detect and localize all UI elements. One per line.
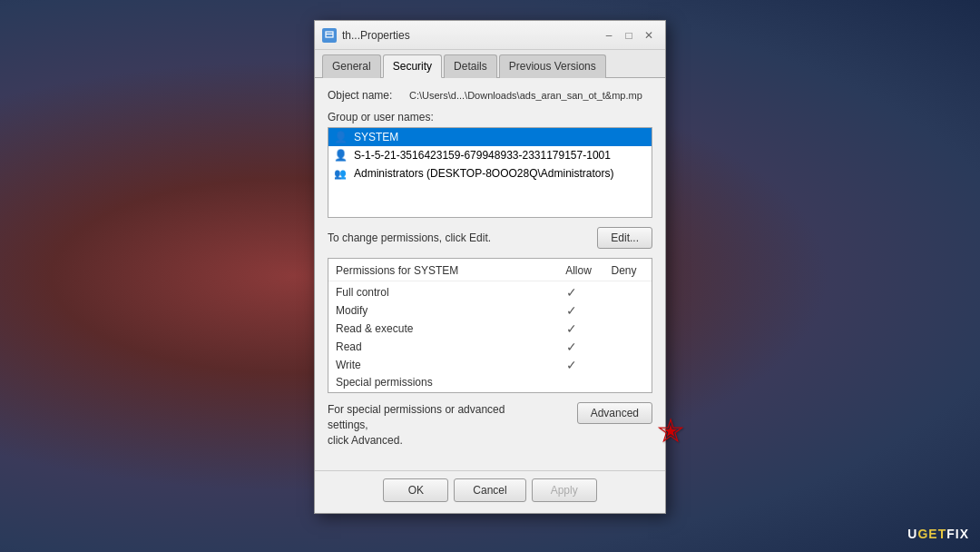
apply-button[interactable]: Apply <box>532 478 597 502</box>
advanced-text: For special permissions or advanced sett… <box>328 402 545 448</box>
watermark: UGETFIX <box>907 527 969 541</box>
permissions-for-label: Permissions for SYSTEM <box>336 264 554 277</box>
permissions-box: Permissions for SYSTEM Allow Deny Full c… <box>328 258 652 393</box>
perm-row-full-control: Full control ✓ <box>328 283 652 301</box>
advanced-text-line2: click Advanced. <box>328 434 403 447</box>
edit-button[interactable]: Edit... <box>597 227 652 249</box>
tab-details[interactable]: Details <box>444 54 497 78</box>
title-bar: th...Properties – □ ✕ <box>315 21 665 50</box>
user-listbox[interactable]: SYSTEM S-1-5-21-3516423159-679948933-233… <box>328 127 652 218</box>
perm-row-modify: Modify ✓ <box>328 301 652 320</box>
title-controls: – □ ✕ <box>600 26 658 44</box>
perm-name-write: Write <box>336 359 544 371</box>
user-name-admins: Administrators (DESKTOP-8OOO28Q\Administ… <box>354 167 614 180</box>
perm-allow-full-control: ✓ <box>544 285 599 300</box>
tab-bar: General Security Details Previous Versio… <box>315 50 665 78</box>
bottom-buttons: OK Cancel Apply <box>315 470 665 513</box>
permissions-title: Permissions for SYSTEM Allow Deny <box>328 259 652 281</box>
change-permissions-text: To change permissions, click Edit. <box>328 232 491 244</box>
perm-name-read: Read <box>336 340 544 353</box>
user-name-system: SYSTEM <box>354 131 398 143</box>
advanced-button[interactable]: Advanced <box>577 402 652 424</box>
advanced-row: For special permissions or advanced sett… <box>328 402 652 448</box>
user-icon-system <box>334 131 348 143</box>
watermark-highlight: GET <box>917 527 946 541</box>
perm-allow-write: ✓ <box>544 358 599 372</box>
user-item-system[interactable]: SYSTEM <box>328 128 652 146</box>
object-name-value: C:\Users\d...\Downloads\ads_aran_san_ot_… <box>409 90 642 101</box>
perm-allow-read: ✓ <box>544 340 599 354</box>
perm-name-modify: Modify <box>336 304 544 317</box>
dialog-content: Object name: C:\Users\d...\Downloads\ads… <box>315 78 665 469</box>
perm-row-special: Special permissions <box>328 374 652 390</box>
properties-dialog: th...Properties – □ ✕ General Security D… <box>314 20 666 513</box>
user-item-sid[interactable]: S-1-5-21-3516423159-679948933-2331179157… <box>328 146 652 164</box>
watermark-prefix: U <box>907 527 917 541</box>
advanced-text-line1: For special permissions or advanced sett… <box>328 403 505 431</box>
perm-name-read-execute: Read & execute <box>336 322 544 335</box>
cancel-button[interactable]: Cancel <box>454 478 525 502</box>
change-permissions-row: To change permissions, click Edit. Edit.… <box>328 227 652 249</box>
perm-row-read: Read ✓ <box>328 338 652 356</box>
perm-allow-modify: ✓ <box>544 303 599 318</box>
allow-col-header: Allow <box>554 264 603 277</box>
tab-previous-versions[interactable]: Previous Versions <box>499 54 606 78</box>
user-icon-admins <box>334 167 348 180</box>
group-label: Group or user names: <box>328 111 652 123</box>
perm-name-special: Special permissions <box>336 376 544 389</box>
perm-allow-read-execute: ✓ <box>544 321 599 336</box>
maximize-button[interactable]: □ <box>620 26 638 44</box>
user-item-admins[interactable]: Administrators (DESKTOP-8OOO28Q\Administ… <box>328 164 652 182</box>
tab-security[interactable]: Security <box>383 54 442 78</box>
tab-general[interactable]: General <box>322 54 381 78</box>
object-name-row: Object name: C:\Users\d...\Downloads\ads… <box>328 89 652 102</box>
perm-row-write: Write ✓ <box>328 356 652 374</box>
close-button[interactable]: ✕ <box>640 26 658 44</box>
minimize-button[interactable]: – <box>600 26 618 44</box>
title-bar-left: th...Properties <box>322 28 410 43</box>
object-name-label: Object name: <box>328 89 409 102</box>
dialog-wrapper: th...Properties – □ ✕ General Security D… <box>314 29 666 522</box>
user-name-sid: S-1-5-21-3516423159-679948933-2331179157… <box>354 149 611 162</box>
dialog-title: th...Properties <box>342 29 410 42</box>
window-icon <box>322 28 337 43</box>
watermark-suffix: FIX <box>946 527 969 541</box>
perm-name-full-control: Full control <box>336 286 544 299</box>
permissions-rows: Full control ✓ Modify ✓ Read & execute ✓ <box>328 281 652 392</box>
perm-row-read-execute: Read & execute ✓ <box>328 320 652 338</box>
ok-button[interactable]: OK <box>383 478 448 502</box>
user-icon-sid <box>334 149 348 162</box>
deny-col-header: Deny <box>603 264 644 277</box>
